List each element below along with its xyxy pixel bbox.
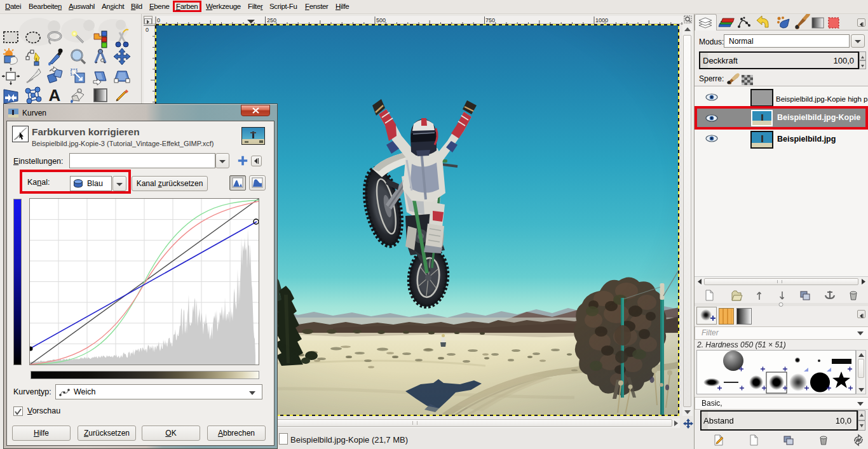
svg-text:1000: 1000	[595, 17, 608, 23]
svg-text:250: 250	[267, 17, 276, 23]
svg-text:0: 0	[146, 27, 149, 33]
svg-text:0: 0	[157, 17, 160, 23]
svg-text:500: 500	[376, 17, 386, 23]
svg-text:A: A	[49, 86, 61, 105]
svg-text:750: 750	[485, 17, 495, 23]
